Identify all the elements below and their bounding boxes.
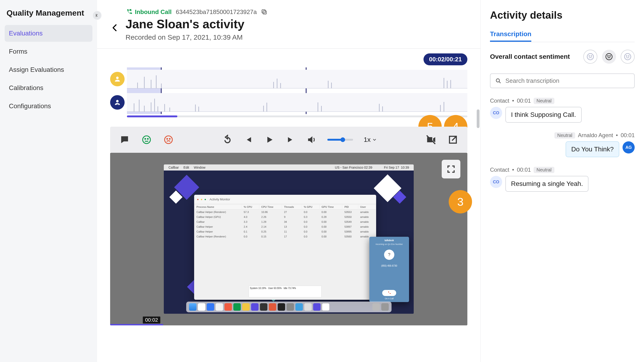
add-comment-button[interactable]: [120, 135, 130, 145]
collapse-sidebar-button[interactable]: [93, 11, 101, 19]
playback-speed-label: 1x: [364, 136, 371, 143]
nav-assign-evaluations[interactable]: Assign Evaluations: [5, 61, 92, 78]
seek-bar[interactable]: [127, 115, 467, 117]
call-direction-label: Inbound Call: [135, 8, 172, 16]
msg-time: 00:01: [621, 132, 635, 139]
play-button[interactable]: [264, 135, 275, 145]
copy-icon: [261, 9, 268, 15]
scrollbar-thumb[interactable]: [477, 109, 480, 128]
svg-point-8: [167, 139, 168, 139]
msg-bubble[interactable]: I think Supposing Call.: [506, 107, 582, 123]
sentiment-label: Overall contact sentiment: [490, 53, 570, 60]
transcription-search[interactable]: [490, 73, 635, 88]
nav-calibrations[interactable]: Calibrations: [5, 79, 92, 96]
details-title: Activity details: [490, 9, 635, 21]
mark-negative-button[interactable]: [163, 135, 174, 145]
nav-configurations[interactable]: Configurations: [5, 98, 92, 114]
sentiment-neutral-button[interactable]: [602, 50, 616, 64]
svg-point-20: [496, 79, 500, 82]
agent-avatar-icon: [110, 95, 124, 110]
mark-neutral-button[interactable]: [142, 135, 152, 145]
seek-bar-progress: [127, 115, 177, 117]
msg-who: Contact: [490, 167, 509, 173]
volume-thumb[interactable]: [340, 137, 345, 142]
svg-rect-1: [262, 9, 265, 13]
chevron-down-icon: [372, 137, 377, 142]
screen-recording-player[interactable]: CallbarEditWindow US - San Francisco 02:…: [110, 153, 467, 325]
softphone-widget: talkdesk Incoming on QA Env Number ? (85…: [369, 237, 409, 302]
contact-avatar: CO: [490, 176, 502, 188]
agent-waveform-track: [127, 93, 467, 112]
next-track-button[interactable]: [285, 135, 296, 145]
svg-point-13: [591, 56, 592, 56]
back-button[interactable]: [110, 8, 119, 33]
transcription-search-input[interactable]: [506, 77, 630, 84]
call-id: 6344523ba71850001723927a: [176, 8, 257, 16]
popout-button[interactable]: [448, 135, 458, 145]
svg-point-4: [143, 136, 150, 144]
msg-who: Contact: [490, 97, 509, 104]
svg-rect-0: [263, 11, 266, 14]
msg-sentiment-pill: Neutral: [554, 132, 575, 139]
tab-transcription[interactable]: Transcription: [490, 30, 531, 42]
inbound-call-icon: [126, 9, 132, 16]
msg-bubble[interactable]: Do You Think?: [566, 141, 619, 157]
msg-who: Arnaldo Agent: [578, 132, 613, 139]
customer-avatar-icon: [110, 72, 124, 86]
svg-point-3: [116, 100, 119, 102]
nav-evaluations[interactable]: Evaluations: [5, 25, 92, 42]
screen-recording-frame: CallbarEditWindow US - San Francisco 02:…: [164, 164, 414, 314]
svg-point-19: [628, 56, 629, 56]
svg-point-16: [610, 56, 610, 56]
sentiment-negative-button[interactable]: [583, 50, 597, 64]
player-controls: 1x: [110, 127, 467, 153]
svg-point-7: [165, 136, 172, 144]
svg-point-5: [145, 139, 146, 139]
nav-forms[interactable]: Forms: [5, 43, 92, 60]
transcript-message: Contact • 00:01 Neutral CO Resuming a si…: [490, 167, 635, 192]
svg-point-2: [116, 76, 119, 79]
details-tabs: Transcription: [490, 30, 635, 42]
contact-avatar: CO: [490, 107, 502, 119]
search-icon: [495, 78, 502, 84]
activity-title: Jane Sloan's activity: [126, 17, 467, 31]
activity-header: Inbound Call 6344523ba71850001723927a Ja…: [97, 0, 480, 49]
sidebar: Quality Management Evaluations Forms Ass…: [0, 0, 97, 362]
playback-time-badge: 00:02/00:21: [424, 53, 467, 65]
annotation-badge-3[interactable]: 3: [449, 190, 472, 213]
svg-point-17: [625, 54, 631, 60]
fullscreen-icon: [446, 164, 456, 174]
volume-button[interactable]: [306, 135, 317, 145]
transcript-list: Contact • 00:01 Neutral CO I think Suppo…: [490, 97, 635, 192]
recorded-timestamp: Recorded on Sep 17, 2021, 10:39 AM: [126, 33, 467, 41]
msg-bubble[interactable]: Resuming a single Yeah.: [506, 176, 588, 192]
svg-point-12: [589, 56, 590, 56]
msg-time: 00:01: [517, 167, 531, 173]
toggle-video-button[interactable]: [426, 135, 436, 145]
rewind-button[interactable]: [222, 135, 233, 145]
agent-avatar: AG: [622, 141, 635, 153]
video-progress: [110, 324, 163, 325]
svg-point-18: [626, 56, 627, 56]
sidebar-title: Quality Management: [5, 8, 92, 17]
chevron-left-bar-icon: [95, 13, 100, 18]
copy-id-button[interactable]: [261, 9, 268, 16]
svg-point-6: [148, 139, 148, 139]
activity-details-panel: Activity details Transcription Overall c…: [481, 0, 644, 362]
prev-track-button[interactable]: [243, 135, 254, 145]
msg-sentiment-pill: Neutral: [534, 167, 554, 173]
svg-point-11: [587, 54, 594, 60]
msg-sentiment-pill: Neutral: [534, 98, 554, 104]
svg-point-15: [608, 56, 608, 56]
volume-slider[interactable]: [327, 139, 353, 141]
video-time-label: 00:02: [143, 317, 160, 324]
fullscreen-button[interactable]: [442, 160, 460, 178]
transcript-message: Contact • 00:01 Neutral CO I think Suppo…: [490, 97, 635, 123]
call-direction: Inbound Call: [126, 8, 172, 16]
playback-speed-selector[interactable]: 1x: [364, 136, 377, 143]
svg-point-14: [606, 54, 612, 60]
sentiment-positive-button[interactable]: [621, 50, 635, 64]
msg-time: 00:01: [517, 97, 531, 104]
transcript-message: Neutral Arnaldo Agent • 00:01 AG Do You …: [490, 132, 635, 157]
waveform-block[interactable]: [110, 67, 467, 114]
